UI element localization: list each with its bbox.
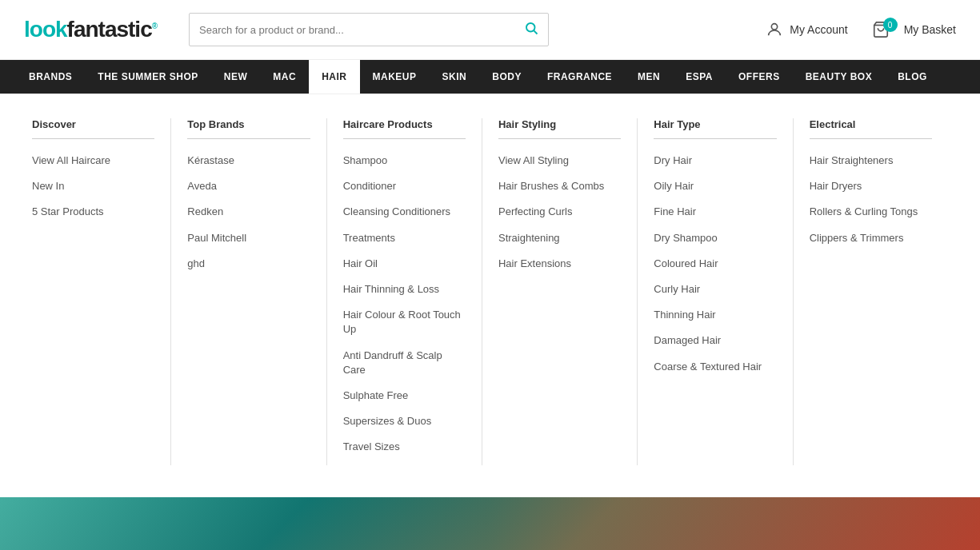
- my-account-link[interactable]: My Account: [766, 21, 847, 38]
- nav-item-skin[interactable]: SKIN: [430, 60, 480, 94]
- col-link-4-1[interactable]: Oily Hair: [654, 179, 776, 193]
- basket-count-badge: 0: [883, 18, 898, 32]
- col-link-3-3[interactable]: Straightening: [498, 231, 621, 245]
- nav-item-the-summer-shop[interactable]: THE SUMMER SHOP: [85, 60, 211, 94]
- svg-point-2: [772, 24, 778, 30]
- nav-item-beauty-box[interactable]: BEAUTY BOX: [793, 60, 885, 94]
- col-title-4: Hair Type: [654, 118, 776, 139]
- col-title-5: Electrical: [810, 118, 932, 139]
- col-link-1-2[interactable]: Redken: [187, 205, 310, 219]
- col-link-3-0[interactable]: View All Styling: [498, 153, 621, 168]
- nav-item-fragrance[interactable]: FRAGRANCE: [534, 60, 625, 94]
- col-link-2-5[interactable]: Hair Thinning & Loss: [343, 282, 466, 297]
- col-link-3-1[interactable]: Hair Brushes & Combs: [498, 179, 621, 193]
- col-link-2-8[interactable]: Sulphate Free: [343, 389, 466, 403]
- col-link-2-2[interactable]: Cleansing Conditioners: [343, 205, 466, 219]
- header: lookfantastic® My Account: [0, 0, 980, 60]
- logo-text-part: fantastic: [67, 17, 152, 42]
- col-link-5-2[interactable]: Rollers & Curling Tongs: [810, 205, 932, 219]
- nav-item-offers[interactable]: OFFERS: [726, 60, 793, 94]
- nav-item-new[interactable]: NEW: [211, 60, 261, 94]
- col-link-2-9[interactable]: Supersizes & Duos: [343, 414, 466, 428]
- col-link-1-0[interactable]: Kérastase: [187, 153, 310, 168]
- search-button[interactable]: [524, 21, 538, 38]
- col-link-3-2[interactable]: Perfecting Curls: [498, 205, 621, 219]
- logo[interactable]: lookfantastic®: [24, 17, 157, 42]
- col-link-1-1[interactable]: Aveda: [187, 179, 310, 193]
- dropdown-col-3: Hair StylingView All StylingHair Brushes…: [498, 118, 638, 465]
- col-link-2-6[interactable]: Hair Colour & Root Touch Up: [343, 308, 466, 337]
- dropdown-col-4: Hair TypeDry HairOily HairFine HairDry S…: [654, 118, 793, 465]
- col-link-4-5[interactable]: Curly Hair: [654, 282, 776, 297]
- nav-item-body[interactable]: BODY: [479, 60, 534, 94]
- col-link-1-4[interactable]: ghd: [187, 257, 310, 271]
- col-link-3-4[interactable]: Hair Extensions: [498, 257, 621, 271]
- col-link-1-3[interactable]: Paul Mitchell: [187, 231, 310, 245]
- basket-icon-wrapper: 0: [872, 21, 898, 38]
- nav-item-blog[interactable]: BLOG: [885, 60, 940, 94]
- account-label: My Account: [790, 23, 847, 36]
- col-link-4-4[interactable]: Coloured Hair: [654, 257, 776, 271]
- nav-item-espa[interactable]: ESPA: [673, 60, 726, 94]
- account-icon: [766, 21, 783, 38]
- col-link-4-2[interactable]: Fine Hair: [654, 205, 776, 219]
- col-link-2-10[interactable]: Travel Sizes: [343, 440, 466, 454]
- col-link-4-7[interactable]: Damaged Hair: [654, 333, 776, 348]
- my-basket-link[interactable]: 0 My Basket: [872, 21, 956, 38]
- basket-label: My Basket: [904, 23, 956, 36]
- col-link-5-3[interactable]: Clippers & Trimmers: [810, 231, 932, 245]
- col-link-5-1[interactable]: Hair Dryers: [810, 179, 932, 193]
- nav-item-mac[interactable]: MAC: [260, 60, 309, 94]
- dropdown-col-1: Top BrandsKérastaseAvedaRedkenPaul Mitch…: [187, 118, 326, 465]
- svg-line-1: [534, 30, 537, 34]
- dropdown-col-5: ElectricalHair StraightenersHair DryersR…: [810, 118, 948, 465]
- col-title-0: Discover: [32, 118, 154, 139]
- nav-item-men[interactable]: MEN: [625, 60, 673, 94]
- nav-bar: BRANDSTHE SUMMER SHOPNEWMACHAIRMAKEUPSKI…: [0, 60, 980, 94]
- logo-trademark: ®: [152, 22, 157, 30]
- col-link-4-8[interactable]: Coarse & Textured Hair: [654, 360, 776, 374]
- col-link-5-0[interactable]: Hair Straighteners: [810, 153, 932, 168]
- col-title-3: Hair Styling: [498, 118, 621, 139]
- search-icon: [524, 21, 538, 35]
- dropdown-panel: DiscoverView All HaircareNew In5 Star Pr…: [0, 94, 980, 497]
- col-link-0-1[interactable]: New In: [32, 179, 154, 193]
- nav-item-hair[interactable]: HAIR: [309, 60, 359, 94]
- background-image-area: [0, 497, 980, 550]
- col-link-4-6[interactable]: Thinning Hair: [654, 308, 776, 322]
- dropdown-col-0: DiscoverView All HaircareNew In5 Star Pr…: [32, 118, 171, 465]
- search-input[interactable]: [199, 24, 524, 36]
- col-link-4-3[interactable]: Dry Shampoo: [654, 231, 776, 245]
- col-link-2-3[interactable]: Treatments: [343, 231, 466, 245]
- col-link-2-4[interactable]: Hair Oil: [343, 257, 466, 271]
- header-right: My Account 0 My Basket: [766, 21, 956, 38]
- col-title-2: Haircare Products: [343, 118, 466, 139]
- logo-teal-part: look: [24, 17, 67, 42]
- svg-point-0: [526, 23, 535, 32]
- col-link-0-2[interactable]: 5 Star Products: [32, 205, 154, 219]
- col-link-2-0[interactable]: Shampoo: [343, 153, 466, 168]
- nav-item-brands[interactable]: BRANDS: [16, 60, 85, 94]
- col-link-0-0[interactable]: View All Haircare: [32, 153, 154, 168]
- nav-item-makeup[interactable]: MAKEUP: [360, 60, 430, 94]
- dropdown-col-2: Haircare ProductsShampooConditionerClean…: [343, 118, 482, 465]
- col-link-4-0[interactable]: Dry Hair: [654, 153, 776, 168]
- col-link-2-1[interactable]: Conditioner: [343, 179, 466, 193]
- col-title-1: Top Brands: [187, 118, 310, 139]
- search-bar: [189, 13, 549, 46]
- col-link-2-7[interactable]: Anti Dandruff & Scalp Care: [343, 349, 466, 377]
